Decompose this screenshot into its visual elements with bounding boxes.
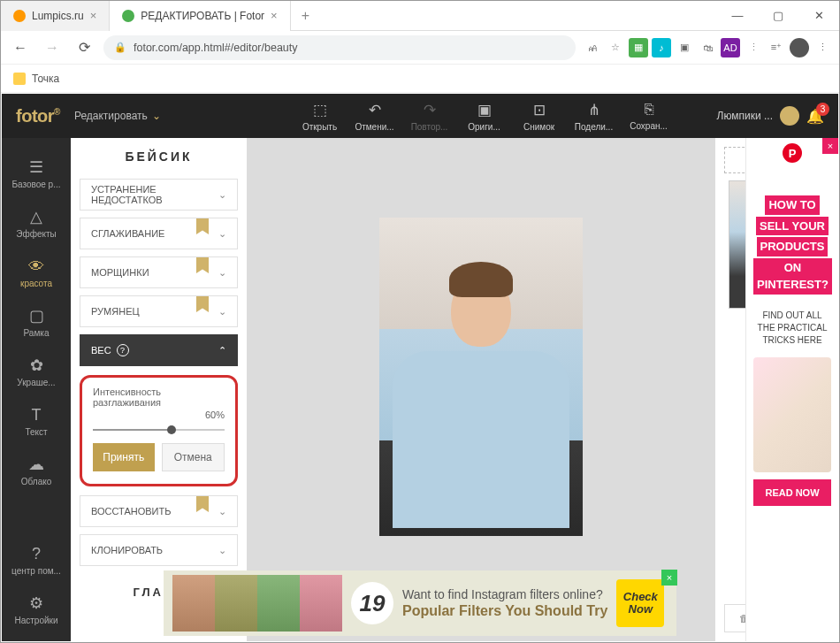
text-icon: T xyxy=(32,406,42,425)
new-tab-button[interactable]: + xyxy=(291,8,320,24)
ext-icon[interactable]: ♪ xyxy=(652,38,671,57)
profile-icon[interactable] xyxy=(790,38,809,57)
undo-button[interactable]: ↶Отмени... xyxy=(347,101,402,132)
ad-text: Want to find Instagram filters online? P… xyxy=(402,586,607,621)
sidenav-help[interactable]: ?центр пом... xyxy=(2,535,71,585)
canvas-area[interactable]: 452 × 720 пикселей − 63% + Сравнить xyxy=(248,138,714,641)
accordion-blemish[interactable]: УСТРАНЕНИЕ НЕДОСТАТКОВ⌄ xyxy=(80,179,238,211)
forward-button[interactable]: → xyxy=(40,35,65,60)
check-now-button[interactable]: CheckNow xyxy=(616,579,664,627)
ad-close-button[interactable]: × xyxy=(822,138,838,154)
snapshot-button[interactable]: ⊡Снимок xyxy=(512,101,567,132)
sidenav-basic[interactable]: ☰Базовое р... xyxy=(2,149,71,198)
photo[interactable] xyxy=(379,218,583,536)
help-icon: ? xyxy=(117,344,129,356)
ext-icon[interactable]: ▦ xyxy=(629,38,648,57)
maximize-button[interactable]: ▢ xyxy=(758,1,798,31)
close-button[interactable]: ✕ xyxy=(798,1,839,31)
sidenav-effects[interactable]: △Эффекты xyxy=(2,198,71,248)
top-actions: ⬚Открыть ↶Отмени... ↷Повтор... ▣Ориги...… xyxy=(293,101,676,132)
menu-icon[interactable]: ⋮ xyxy=(813,38,832,57)
translate-icon[interactable]: 🗚 xyxy=(583,38,602,57)
eye-icon: 👁 xyxy=(28,257,44,276)
accordion-smooth[interactable]: СГЛАЖИВАНИЕ⌄ xyxy=(80,218,238,249)
sidenav-beauty[interactable]: 👁красота xyxy=(2,248,71,297)
notifications-icon[interactable]: 🔔3 xyxy=(806,108,824,125)
ext-icon[interactable]: ⋮ xyxy=(744,38,763,57)
browser-tab[interactable]: Lumpics.ru × xyxy=(1,1,110,31)
bookmark-label[interactable]: Точка xyxy=(32,73,59,85)
triangle-icon: △ xyxy=(30,207,42,226)
ad-subtext: FIND OUT ALL THE PRACTICAL TRICKS HERE xyxy=(746,306,838,350)
accept-button[interactable]: Принять xyxy=(93,443,155,471)
app-topbar: fotor® Редактировать⌄ ⬚Открыть ↶Отмени..… xyxy=(2,94,838,138)
lock-icon: 🔒 xyxy=(114,42,126,53)
slider-handle[interactable] xyxy=(167,425,176,434)
ext-icon[interactable]: ▣ xyxy=(675,38,694,57)
sidenav-decorate[interactable]: ✿Украше... xyxy=(2,347,71,396)
bottom-ad[interactable]: × 19 Want to find Instagram filters onli… xyxy=(164,570,676,636)
help-icon: ? xyxy=(32,545,41,563)
accordion-wrinkles[interactable]: МОРЩИНКИ⌄ xyxy=(80,256,238,288)
ad-close-button[interactable]: × xyxy=(661,570,677,586)
chevron-down-icon: ⌄ xyxy=(152,110,161,122)
ext-icon[interactable]: AD xyxy=(721,38,740,57)
ad-image xyxy=(753,357,831,472)
browser-tab[interactable]: РЕДАКТИРОВАТЬ | Fotor × xyxy=(110,1,290,31)
close-icon[interactable]: × xyxy=(271,9,278,22)
address-bar: ← → ⟳ 🔒 fotor.com/app.html#/editor/beaut… xyxy=(1,31,839,65)
chevron-down-icon: ⌄ xyxy=(218,189,226,201)
sidenav-text[interactable]: TТекст xyxy=(2,396,71,446)
share-button[interactable]: ⋔Подели... xyxy=(567,101,622,132)
star-icon[interactable]: ☆ xyxy=(606,38,625,57)
bookmarks-bar: Точка xyxy=(1,65,839,93)
chevron-down-icon: ⌄ xyxy=(218,506,226,517)
fotor-logo[interactable]: fotor® xyxy=(16,106,60,126)
sidenav-frame[interactable]: ▢Рамка xyxy=(2,297,71,347)
chevron-down-icon: ⌄ xyxy=(218,306,226,318)
gear-icon: ✿ xyxy=(30,356,43,375)
notif-badge: 3 xyxy=(816,103,829,116)
ext-icon[interactable]: 🛍 xyxy=(698,38,717,57)
sidebar-ad: × P HOW TO SELL YOUR PRODUCTS ON PINTERE… xyxy=(745,138,838,641)
user-area: Люмпики ... 🔔3 xyxy=(717,106,824,126)
intensity-slider[interactable] xyxy=(93,429,225,431)
frame-icon: ▢ xyxy=(29,306,44,325)
redo-button[interactable]: ↷Повтор... xyxy=(402,101,457,132)
avatar[interactable] xyxy=(780,106,799,126)
sidenav-cloud[interactable]: ☁Облако xyxy=(2,446,71,495)
cancel-button[interactable]: Отмена xyxy=(162,443,225,471)
accordion-clone[interactable]: КЛОНИРОВАТЬ⌄ xyxy=(80,534,238,566)
sliders-icon: ☰ xyxy=(29,157,43,177)
reading-list-icon[interactable]: ≡⁺ xyxy=(767,38,786,57)
browser-tabs: Lumpics.ru × РЕДАКТИРОВАТЬ | Fotor × + —… xyxy=(1,1,839,31)
accordion-restore[interactable]: ВОССТАНОВИТЬ⌄ xyxy=(80,495,238,527)
settings-icon: ⚙ xyxy=(29,593,43,613)
accordion-blush[interactable]: РУМЯНЕЦ⌄ xyxy=(80,295,238,327)
accordion-weight[interactable]: ВЕС?⌃ xyxy=(80,334,238,366)
sidenav-settings[interactable]: ⚙Настройки xyxy=(2,585,71,634)
original-button[interactable]: ▣Ориги... xyxy=(457,101,512,132)
save-button[interactable]: ⎘Сохран... xyxy=(622,101,676,132)
chevron-down-icon: ⌄ xyxy=(218,545,226,556)
open-button[interactable]: ⬚Открыть xyxy=(293,101,347,132)
minimize-button[interactable]: — xyxy=(717,1,758,31)
back-button[interactable]: ← xyxy=(8,35,33,60)
tab-label: РЕДАКТИРОВАТЬ | Fotor xyxy=(141,10,264,22)
window-controls: — ▢ ✕ xyxy=(717,1,839,31)
username[interactable]: Люмпики ... xyxy=(717,110,773,122)
edit-menu[interactable]: Редактировать⌄ xyxy=(74,110,161,122)
ribbon-icon xyxy=(196,296,209,312)
url-text: fotor.com/app.html#/editor/beauty xyxy=(134,42,298,54)
ribbon-icon xyxy=(196,257,209,273)
chevron-up-icon: ⌃ xyxy=(218,345,226,356)
read-now-button[interactable]: READ NOW xyxy=(753,479,831,506)
reload-button[interactable]: ⟳ xyxy=(72,35,96,60)
ribbon-icon xyxy=(196,218,209,234)
close-icon[interactable]: × xyxy=(90,9,97,22)
slider-label: Интенсивность разглаживания xyxy=(93,387,225,408)
panel-heading: БЕЙСИК xyxy=(71,138,247,175)
pinterest-icon: P xyxy=(783,143,802,163)
url-input[interactable]: 🔒 fotor.com/app.html#/editor/beauty xyxy=(103,35,576,60)
tab-label: Lumpics.ru xyxy=(32,10,84,22)
